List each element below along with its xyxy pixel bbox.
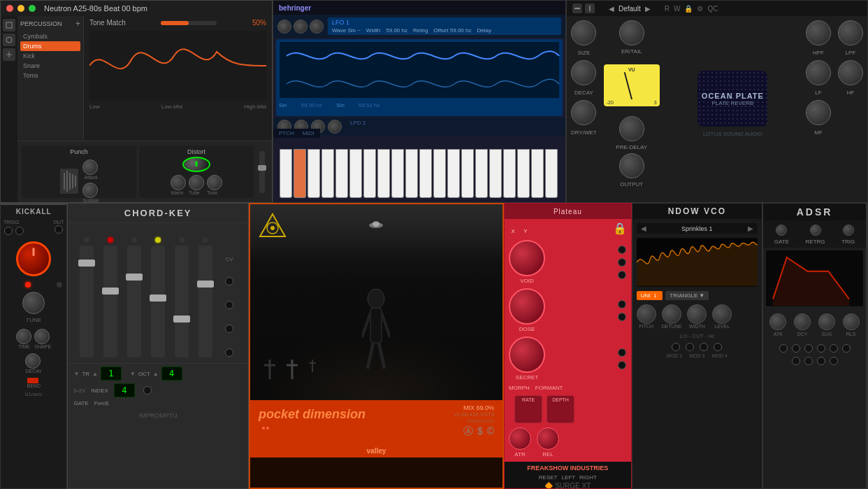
key-f[interactable] bbox=[321, 149, 334, 198]
cv-jack-2[interactable] bbox=[225, 301, 233, 309]
cv-jack-4[interactable] bbox=[225, 348, 233, 357]
adsr-jack-5[interactable] bbox=[830, 344, 838, 353]
oct-down-btn[interactable]: ▼ bbox=[130, 371, 136, 377]
preset-next-arrow[interactable]: ▶ bbox=[748, 225, 753, 232]
reverb-preset-nav[interactable]: ◀ Default ▶ bbox=[609, 5, 651, 13]
fader-1-track[interactable] bbox=[80, 246, 94, 357]
fs-jack-7[interactable] bbox=[618, 361, 626, 369]
adsr-jack-10[interactable] bbox=[830, 357, 838, 365]
index-jack[interactable] bbox=[143, 386, 152, 395]
key-a[interactable] bbox=[349, 149, 362, 198]
vco-knob-4[interactable] bbox=[712, 304, 732, 324]
fader-module[interactable] bbox=[259, 151, 265, 193]
adsr-jack-6[interactable] bbox=[842, 344, 851, 353]
secret-knob[interactable] bbox=[509, 336, 545, 373]
trig-knob[interactable] bbox=[843, 225, 854, 236]
reset-label[interactable]: RESET bbox=[539, 474, 558, 481]
wvco-preset-bar[interactable]: ◀ Sprinkles 1 ▶ bbox=[637, 223, 758, 234]
vco-knob-3[interactable] bbox=[687, 304, 707, 324]
key-c2[interactable] bbox=[377, 149, 390, 198]
key-e[interactable] bbox=[308, 149, 320, 198]
fs-jack-4[interactable] bbox=[618, 300, 626, 309]
kickall-time-knob[interactable] bbox=[16, 329, 31, 344]
kickall-decay-knob[interactable] bbox=[25, 353, 41, 369]
synth-lfo2-knob4[interactable] bbox=[328, 120, 342, 134]
kickall-bend-slider[interactable] bbox=[27, 378, 38, 383]
punch-attack-knob[interactable] bbox=[82, 160, 98, 175]
fs-jack-5[interactable] bbox=[618, 313, 626, 321]
out-jack[interactable] bbox=[55, 225, 63, 234]
key-f3[interactable] bbox=[517, 149, 530, 198]
fader-1-handle[interactable] bbox=[78, 260, 95, 267]
retrig-knob[interactable] bbox=[810, 225, 821, 236]
void-knob[interactable] bbox=[509, 240, 545, 276]
synth-rate-knob[interactable] bbox=[277, 20, 291, 34]
reverb-compare-icon[interactable] bbox=[585, 3, 595, 13]
key-g2[interactable] bbox=[433, 149, 446, 198]
adsr-jack-4[interactable] bbox=[817, 344, 825, 353]
close-dot[interactable] bbox=[6, 5, 13, 12]
dose-knob[interactable] bbox=[509, 288, 545, 325]
sidebar-btn-1[interactable] bbox=[3, 19, 15, 31]
key-g3[interactable] bbox=[531, 149, 544, 198]
minimize-dot[interactable] bbox=[17, 5, 24, 12]
vco-jack-3[interactable] bbox=[700, 343, 708, 351]
uni-btn[interactable]: UNI 1 bbox=[637, 291, 663, 300]
fs-jack-3[interactable] bbox=[618, 271, 626, 279]
key-f2[interactable] bbox=[419, 149, 432, 198]
fader-2-handle[interactable] bbox=[102, 288, 119, 295]
percussion-toms[interactable]: Toms bbox=[20, 71, 80, 80]
distort-knob-3[interactable] bbox=[207, 175, 222, 190]
fs-jack-1[interactable] bbox=[618, 246, 626, 254]
fader-6-handle[interactable] bbox=[197, 281, 214, 288]
key-c[interactable] bbox=[280, 149, 292, 198]
sidebar-btn-2[interactable] bbox=[3, 34, 15, 46]
key-d[interactable] bbox=[294, 149, 306, 198]
key-d2[interactable] bbox=[391, 149, 404, 198]
kickall-tune-knob[interactable] bbox=[22, 292, 45, 314]
percussion-snare[interactable]: Snare bbox=[20, 61, 80, 71]
reverb-decay-knob[interactable] bbox=[571, 60, 596, 85]
reverb-mf-knob[interactable] bbox=[806, 100, 831, 125]
key-e3[interactable] bbox=[503, 149, 516, 198]
triangle-btn[interactable]: TRIANGLE ▼ bbox=[665, 291, 709, 300]
tr-down-btn[interactable]: ▼ bbox=[73, 371, 79, 377]
fader-3-handle[interactable] bbox=[126, 274, 143, 281]
reverb-nav-prev[interactable]: ◀ bbox=[609, 5, 614, 13]
fader-6-track[interactable] bbox=[198, 246, 212, 357]
fader-2-track[interactable] bbox=[103, 246, 117, 357]
fader-5-handle[interactable] bbox=[173, 316, 190, 323]
vco-jack-2[interactable] bbox=[686, 343, 694, 351]
percussion-kick[interactable]: Kick bbox=[20, 51, 80, 61]
vco-knob-1[interactable] bbox=[637, 304, 656, 324]
vco-knob-2[interactable] bbox=[662, 304, 681, 324]
adsr-jack-8[interactable] bbox=[804, 357, 813, 365]
reverb-btn-r[interactable]: R bbox=[665, 5, 670, 13]
maximize-dot[interactable] bbox=[29, 5, 36, 12]
fs-jack-6[interactable] bbox=[618, 348, 626, 357]
percussion-drums[interactable]: Drums bbox=[20, 41, 80, 51]
rel-knob[interactable] bbox=[537, 427, 559, 450]
reverb-btn-w[interactable]: W bbox=[674, 5, 680, 13]
key-e2[interactable] bbox=[405, 149, 418, 198]
synth-delay-knob[interactable] bbox=[310, 20, 324, 34]
key-c3[interactable] bbox=[475, 149, 488, 198]
reverb-drywet-knob[interactable] bbox=[571, 100, 596, 125]
distort-main-knob[interactable] bbox=[182, 157, 210, 172]
kickall-shape-knob[interactable] bbox=[34, 329, 50, 344]
reverb-btn-lock[interactable]: 🔒 bbox=[684, 5, 693, 13]
adsr-jack-2[interactable] bbox=[792, 344, 800, 353]
rate-module[interactable]: RATE bbox=[514, 395, 542, 423]
reverb-predelay-knob[interactable] bbox=[619, 116, 644, 141]
sidebar-btn-3[interactable] bbox=[3, 48, 15, 61]
adsr-jack-7[interactable] bbox=[792, 357, 800, 365]
key-b2[interactable] bbox=[461, 149, 474, 198]
preset-prev-arrow[interactable]: ◀ bbox=[641, 225, 646, 232]
fader-3-track[interactable] bbox=[127, 246, 141, 357]
adsr-jack-3[interactable] bbox=[804, 344, 813, 353]
reverb-btn-qc[interactable]: QC bbox=[707, 5, 718, 13]
vco-jack-1[interactable] bbox=[672, 343, 680, 351]
percussion-add-btn[interactable]: + bbox=[75, 19, 80, 29]
sus-knob[interactable] bbox=[818, 313, 835, 330]
fader-4-track[interactable] bbox=[151, 246, 165, 357]
